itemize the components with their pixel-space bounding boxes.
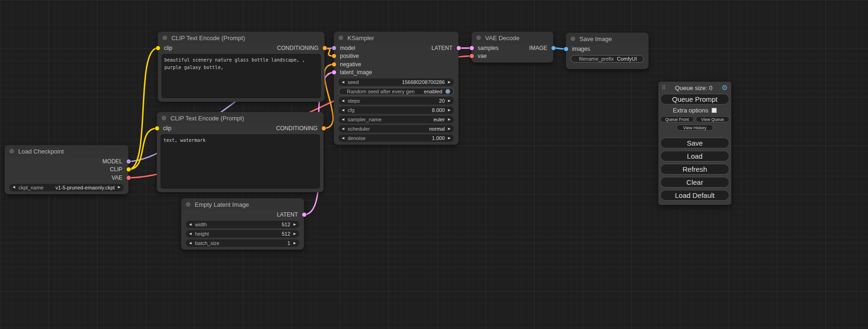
increment-arrow-icon[interactable] (448, 118, 451, 121)
queue-size-label: Queue size: 0 (666, 84, 722, 91)
collapse-dot-icon[interactable] (476, 35, 481, 40)
widget-height[interactable]: height 512 (186, 230, 299, 238)
input-port-model[interactable] (332, 46, 336, 50)
widget-value: 1 (287, 240, 290, 246)
input-port-images[interactable] (564, 47, 568, 51)
extra-options-checkbox[interactable] (712, 108, 717, 113)
decrement-arrow-icon[interactable] (189, 232, 191, 236)
widget-denoise[interactable]: denoise 1.000 (339, 134, 454, 142)
load-default-button[interactable]: Load Default (660, 190, 729, 201)
node-header[interactable]: KSampler (334, 32, 459, 44)
output-port-model[interactable] (127, 159, 131, 163)
node-load-checkpoint[interactable]: Load Checkpoint MODEL CLIP VAE ckpt_name… (5, 145, 128, 194)
save-button[interactable]: Save (660, 138, 729, 148)
increment-arrow-icon[interactable] (294, 223, 296, 226)
output-label-image: IMAGE (529, 45, 547, 51)
widget-label: Random seed after every gen (347, 89, 421, 94)
node-title: CLIP Text Encode (Prompt) (171, 35, 245, 42)
widget-random-seed-toggle[interactable]: Random seed after every gen enabled (339, 88, 454, 95)
output-port-conditioning[interactable] (323, 46, 327, 50)
drag-handle-icon[interactable]: ⠿ (662, 84, 666, 91)
collapse-dot-icon[interactable] (339, 35, 343, 40)
collapse-dot-icon[interactable] (162, 116, 166, 120)
node-header[interactable]: Load Checkpoint (5, 145, 128, 157)
node-ksampler[interactable]: KSampler model LATENT positive negative … (334, 32, 459, 145)
output-port-clip[interactable] (127, 168, 131, 172)
collapse-dot-icon[interactable] (186, 202, 191, 207)
increment-arrow-icon[interactable] (448, 127, 451, 131)
input-port-clip[interactable] (156, 46, 160, 50)
widget-sampler-name[interactable]: sampler_name euler (339, 116, 454, 123)
widget-batch-size[interactable]: batch_size 1 (186, 239, 299, 247)
prompt-textarea[interactable]: beautiful scenery nature glass bottle la… (162, 54, 321, 98)
widget-seed[interactable]: seed 156680208700286 (339, 78, 454, 86)
decrement-arrow-icon[interactable] (342, 81, 344, 84)
input-port-negative[interactable] (332, 62, 336, 66)
decrement-arrow-icon[interactable] (342, 99, 344, 103)
input-label-positive: positive (340, 53, 359, 59)
increment-arrow-icon[interactable] (448, 81, 451, 84)
increment-arrow-icon[interactable] (448, 99, 451, 103)
decrement-arrow-icon[interactable] (189, 242, 191, 245)
node-empty-latent-image[interactable]: Empty Latent Image LATENT width 512 heig… (181, 198, 304, 250)
queue-front-button[interactable]: Queue Front (660, 116, 694, 122)
node-vae-decode[interactable]: VAE Decode samples IMAGE vae (472, 32, 553, 63)
input-port-clip[interactable] (155, 126, 159, 131)
widget-width[interactable]: width 512 (186, 221, 299, 228)
refresh-button[interactable]: Refresh (660, 164, 729, 175)
decrement-arrow-icon[interactable] (342, 109, 344, 112)
increment-arrow-icon[interactable] (294, 232, 296, 236)
node-save-image[interactable]: Save Image images filename_prefix ComfyU… (566, 33, 649, 69)
node-clip-text-encode-negative[interactable]: CLIP Text Encode (Prompt) clip CONDITION… (157, 112, 324, 192)
widget-label: width (195, 222, 278, 227)
decrement-arrow-icon[interactable] (13, 186, 15, 189)
widget-label: seed (347, 79, 398, 85)
decrement-arrow-icon[interactable] (189, 223, 191, 226)
input-port-vae[interactable] (470, 54, 474, 58)
widget-filename-prefix[interactable]: filename_prefix ComfyUI (571, 55, 644, 63)
increment-arrow-icon[interactable] (448, 109, 451, 112)
output-port-vae[interactable] (127, 175, 131, 180)
input-port-latent-image[interactable] (332, 70, 336, 75)
input-port-positive[interactable] (332, 54, 336, 58)
widget-steps[interactable]: steps 20 (339, 97, 454, 105)
node-title: KSampler (347, 35, 374, 42)
collapse-dot-icon[interactable] (162, 35, 167, 40)
node-title: Empty Latent Image (195, 201, 249, 208)
widget-scheduler[interactable]: scheduler normal (339, 125, 454, 133)
widget-label: steps (347, 98, 436, 104)
view-queue-button[interactable]: View Queue (696, 116, 729, 122)
collapse-dot-icon[interactable] (9, 149, 14, 154)
increment-arrow-icon[interactable] (448, 137, 451, 140)
load-button[interactable]: Load (660, 151, 729, 161)
node-clip-text-encode-positive[interactable]: CLIP Text Encode (Prompt) clip CONDITION… (158, 32, 325, 102)
output-port-conditioning[interactable] (322, 126, 326, 131)
settings-gear-icon[interactable]: ⚙ (722, 84, 728, 91)
node-header[interactable]: VAE Decode (472, 32, 553, 44)
toggle-knob[interactable] (445, 89, 450, 94)
output-port-latent[interactable] (302, 213, 306, 217)
collapse-dot-icon[interactable] (571, 36, 575, 41)
output-port-latent[interactable] (457, 46, 461, 50)
wire-clip-to-positive (128, 48, 158, 169)
input-port-samples[interactable] (470, 46, 474, 50)
widget-value: 20 (439, 98, 445, 104)
increment-arrow-icon[interactable] (294, 242, 296, 245)
prompt-textarea[interactable]: text, watermark (161, 134, 320, 189)
widget-cfg[interactable]: cfg 8.000 (339, 106, 454, 114)
node-header[interactable]: Save Image (566, 33, 649, 45)
clear-button[interactable]: Clear (660, 177, 729, 188)
input-label-clip: clip (163, 125, 171, 132)
node-header[interactable]: Empty Latent Image (181, 198, 304, 210)
decrement-arrow-icon[interactable] (342, 118, 344, 121)
decrement-arrow-icon[interactable] (342, 137, 344, 140)
view-history-button[interactable]: View History (677, 125, 713, 131)
decrement-arrow-icon[interactable] (342, 127, 344, 131)
output-port-image[interactable] (551, 46, 556, 50)
increment-arrow-icon[interactable] (118, 186, 120, 189)
node-canvas[interactable]: Load Checkpoint MODEL CLIP VAE ckpt_name… (0, 0, 868, 329)
widget-ckpt-name[interactable]: ckpt_name v1-5-pruned-emaonly.ckpt (9, 184, 124, 191)
node-header[interactable]: CLIP Text Encode (Prompt) (158, 32, 325, 44)
node-header[interactable]: CLIP Text Encode (Prompt) (157, 112, 324, 124)
queue-prompt-button[interactable]: Queue Prompt (660, 94, 729, 105)
